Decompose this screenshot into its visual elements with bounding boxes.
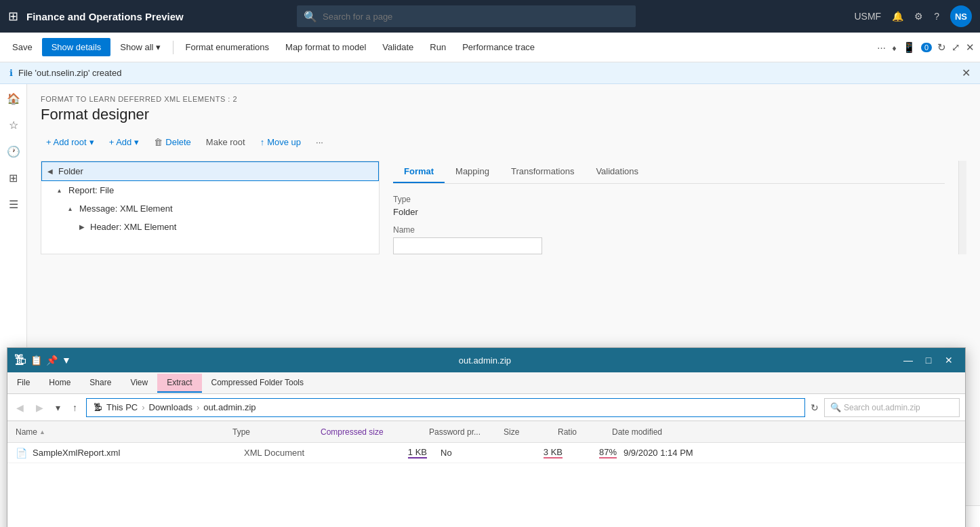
designer-toolbar: + Add root ▾ + Add ▾ 🗑 Delete Make root … xyxy=(41,134,966,150)
add-button[interactable]: + Add ▾ xyxy=(104,134,145,150)
file-row[interactable]: 📄 SampleXmlReport.xml XML Document 1 KB … xyxy=(7,443,965,463)
search-input[interactable] xyxy=(323,12,629,22)
forward-button[interactable]: ▶ xyxy=(33,400,47,415)
run-button[interactable]: Run xyxy=(423,38,453,56)
search-icon: 🔍 xyxy=(304,10,317,23)
file-size: 3 KB xyxy=(515,447,569,458)
show-all-button[interactable]: Show all ▾ xyxy=(113,38,167,56)
more-options-button[interactable]: ··· xyxy=(310,134,329,150)
region-label: USMF xyxy=(855,11,882,22)
global-search[interactable]: 🔍 xyxy=(297,5,636,27)
tree-item-report[interactable]: ▴ Report: File xyxy=(41,181,379,199)
address-bar: ◀ ▶ ▾ ↑ 🗜 This PC › Downloads › out.admi… xyxy=(7,394,965,421)
tree-item-folder[interactable]: ◀ Folder xyxy=(41,161,379,181)
clock-icon[interactable]: 🕐 xyxy=(4,142,23,161)
name-label: Name xyxy=(393,225,945,235)
file-label: out.admin.zip xyxy=(203,402,256,412)
file-type: XML Document xyxy=(244,448,332,458)
dialog-ribbon: File Home Share View Extract Compressed … xyxy=(7,372,965,394)
ribbon-tab-view[interactable]: View xyxy=(121,374,157,393)
col-header-password[interactable]: Password pr... xyxy=(429,427,504,437)
tree-item-label: Header: XML Element xyxy=(90,222,176,232)
col-header-ratio[interactable]: Ratio xyxy=(558,427,612,437)
tree-panel: ◀ Folder ▴ Report: File ▴ Message: XML E… xyxy=(41,161,380,254)
file-type-icon: 📄 xyxy=(16,448,27,458)
ribbon-tab-file[interactable]: File xyxy=(7,374,39,393)
quick-access-icon: ▼ xyxy=(62,355,71,366)
grid-icon[interactable]: ⊞ xyxy=(6,169,20,187)
type-label: Type xyxy=(393,195,945,204)
file-name: SampleXmlReport.xml xyxy=(33,448,244,458)
expand-message-icon: ▴ xyxy=(68,205,79,212)
address-path[interactable]: 🗜 This PC › Downloads › out.admin.zip xyxy=(86,398,805,417)
separator xyxy=(173,41,173,54)
downloads-label: Downloads xyxy=(149,402,192,412)
maximize-button[interactable]: □ xyxy=(919,351,938,370)
home-icon[interactable]: 🏠 xyxy=(4,90,23,108)
back-button[interactable]: ◀ xyxy=(13,400,27,415)
file-list-body: 📄 SampleXmlReport.xml XML Document 1 KB … xyxy=(7,443,965,527)
bell-icon[interactable]: 🔔 xyxy=(892,11,903,22)
move-up-button[interactable]: ↑ Move up xyxy=(255,134,306,150)
performance-trace-button[interactable]: Performance trace xyxy=(455,38,542,56)
make-root-button[interactable]: Make root xyxy=(201,134,251,150)
save-button[interactable]: Save xyxy=(5,39,39,55)
badge-icon[interactable]: 0 xyxy=(921,43,932,52)
phone-icon[interactable]: 📱 xyxy=(903,41,916,54)
dialog-close-button[interactable]: ✕ xyxy=(939,351,958,370)
vertical-scrollbar[interactable] xyxy=(958,161,966,254)
expand-icon[interactable]: ⤢ xyxy=(952,41,960,54)
tab-transformations[interactable]: Transformations xyxy=(500,161,585,183)
close-info-button[interactable]: ✕ xyxy=(962,66,971,79)
avatar[interactable]: NS xyxy=(950,5,972,27)
app-grid-icon[interactable]: ⊞ xyxy=(8,9,18,24)
info-message: File 'out.nselin.zip' created xyxy=(18,68,121,78)
map-format-button[interactable]: Map format to model xyxy=(279,38,373,56)
validate-button[interactable]: Validate xyxy=(375,38,420,56)
gear-icon[interactable]: ⚙ xyxy=(914,11,923,22)
diamond-icon[interactable]: ⬧ xyxy=(891,41,897,53)
tab-validations[interactable]: Validations xyxy=(585,161,649,183)
up-button[interactable]: ↑ xyxy=(69,400,81,415)
add-root-button[interactable]: + Add root ▾ xyxy=(41,134,100,150)
breadcrumb: FORMAT TO LEARN DEFERRED XML ELEMENTS : … xyxy=(41,95,966,103)
show-details-button[interactable]: Show details xyxy=(42,38,111,56)
star-icon[interactable]: ☆ xyxy=(6,116,21,134)
expand-report-icon: ▴ xyxy=(58,187,68,194)
list-icon[interactable]: ☰ xyxy=(6,195,21,214)
tree-item-label: Report: File xyxy=(68,185,114,195)
add-root-chevron-icon: ▾ xyxy=(89,137,94,147)
col-header-name[interactable]: Name ▲ xyxy=(16,427,232,437)
close-toolbar-icon[interactable]: ✕ xyxy=(966,41,975,54)
more-icon[interactable]: ··· xyxy=(877,41,886,53)
app-title: Finance and Operations Preview xyxy=(26,11,184,22)
sort-arrow-name: ▲ xyxy=(39,429,45,435)
name-input[interactable] xyxy=(393,237,542,254)
ribbon-tab-compressed[interactable]: Compressed Folder Tools xyxy=(202,374,314,393)
tab-format[interactable]: Format xyxy=(393,161,445,183)
col-header-type[interactable]: Type xyxy=(232,427,321,437)
ribbon-tab-home[interactable]: Home xyxy=(39,374,80,393)
ribbon-tab-extract[interactable]: Extract xyxy=(157,374,201,393)
col-header-compressed[interactable]: Compressed size xyxy=(321,427,429,437)
search-file-box[interactable]: 🔍 Search out.admin.zip xyxy=(824,398,960,417)
down-arrow-button[interactable]: ▾ xyxy=(52,400,64,415)
tree-item-header[interactable]: ▶ Header: XML Element xyxy=(41,218,379,236)
refresh-icon[interactable]: ↻ xyxy=(937,41,946,54)
ribbon-tab-share[interactable]: Share xyxy=(80,374,121,393)
format-enumerations-button[interactable]: Format enumerations xyxy=(179,38,277,56)
col-header-date[interactable]: Date modified xyxy=(612,427,957,437)
address-refresh-button[interactable]: ↻ xyxy=(811,402,819,413)
help-icon[interactable]: ? xyxy=(934,11,939,22)
col-header-size[interactable]: Size xyxy=(504,427,558,437)
col-ratio-label: Ratio xyxy=(558,427,577,437)
collapse-icon: ◀ xyxy=(47,168,58,175)
minimize-button[interactable]: — xyxy=(899,351,918,370)
tree-item-message[interactable]: ▴ Message: XML Element xyxy=(41,199,379,218)
main-content: 🏠 ☆ 🕐 ⊞ ☰ FORMAT TO LEARN DEFERRED XML E… xyxy=(0,84,980,527)
title-icons: 🗜 📋 📌 ▼ xyxy=(14,353,71,368)
tab-mapping[interactable]: Mapping xyxy=(445,161,500,183)
delete-button[interactable]: 🗑 Delete xyxy=(148,134,197,150)
dialog-titlebar: 🗜 📋 📌 ▼ out.admin.zip — □ ✕ xyxy=(7,348,965,372)
explorer-dialog: 🗜 📋 📌 ▼ out.admin.zip — □ ✕ File Home Sh… xyxy=(7,347,966,527)
